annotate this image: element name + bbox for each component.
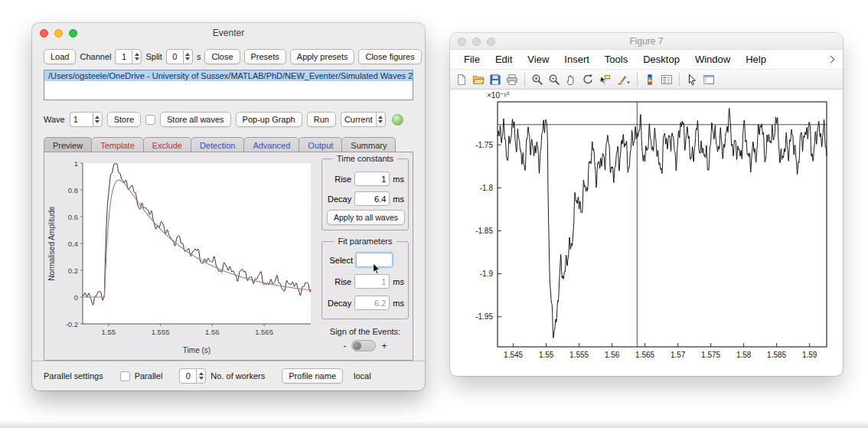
close-window-button[interactable] bbox=[458, 38, 466, 46]
figure-axes-plot[interactable]: 1.5451.551.5551.561.5651.571.5751.581.58… bbox=[455, 90, 837, 373]
presets-button[interactable]: Presets bbox=[244, 49, 286, 64]
run-button[interactable]: Run bbox=[307, 112, 336, 127]
edit-plot-icon[interactable] bbox=[686, 73, 698, 87]
print-figure-icon[interactable] bbox=[506, 73, 518, 87]
current-select[interactable]: Current bbox=[341, 112, 386, 127]
load-button[interactable]: Load bbox=[44, 49, 76, 64]
menu-window[interactable]: Window bbox=[687, 54, 738, 65]
parallel-status-bar: Parallel settings Parallel 0 No. of work… bbox=[32, 361, 425, 390]
channel-stepper[interactable]: 1 bbox=[115, 49, 142, 64]
menu-edit[interactable]: Edit bbox=[488, 54, 520, 65]
menu-insert[interactable]: Insert bbox=[556, 54, 597, 65]
menu-desktop[interactable]: Desktop bbox=[635, 54, 687, 65]
zoom-window-button[interactable] bbox=[69, 29, 77, 38]
new-figure-icon[interactable] bbox=[455, 73, 468, 87]
pan-icon[interactable] bbox=[565, 73, 577, 87]
menu-tools[interactable]: Tools bbox=[597, 54, 635, 65]
menu-file[interactable]: File bbox=[456, 54, 488, 65]
tab-summary[interactable]: Summary bbox=[341, 137, 396, 153]
svg-text:1.545: 1.545 bbox=[504, 351, 523, 359]
svg-text:0.2: 0.2 bbox=[68, 266, 78, 275]
tab-detection[interactable]: Detection bbox=[191, 137, 244, 153]
minimize-window-button[interactable] bbox=[54, 29, 63, 38]
store-button[interactable]: Store bbox=[107, 112, 141, 127]
menu-help[interactable]: Help bbox=[738, 54, 774, 65]
figure-titlebar[interactable]: Figure 7 bbox=[450, 33, 843, 50]
rise-label: Rise bbox=[325, 175, 351, 184]
top-toolbar: Load Channel 1 Split 0 s Close Presets A… bbox=[44, 48, 413, 64]
fit-decay-unit-label: ms bbox=[393, 299, 404, 308]
eventer-titlebar[interactable]: Eventer bbox=[32, 23, 425, 43]
workers-value: 0 bbox=[179, 368, 196, 384]
store-all-checkbox[interactable] bbox=[145, 115, 155, 125]
menu-view[interactable]: View bbox=[520, 54, 556, 65]
svg-text:1.555: 1.555 bbox=[569, 351, 589, 359]
apply-presets-button[interactable]: Apply presets bbox=[290, 49, 355, 64]
tab-output[interactable]: Output bbox=[299, 137, 342, 153]
svg-text:Normalised Amplitude: Normalised Amplitude bbox=[47, 206, 56, 281]
file-item-selected[interactable]: /Users/ogsteele/OneDrive - University of… bbox=[44, 70, 413, 81]
wave-select[interactable]: 1 bbox=[70, 112, 103, 127]
decay-input[interactable]: 6.4 bbox=[354, 191, 390, 206]
stepper-arrows-icon[interactable] bbox=[132, 49, 142, 64]
split-stepper[interactable]: 0 bbox=[166, 49, 193, 64]
fit-decay-value: 6.2 bbox=[354, 296, 390, 310]
parallel-checkbox[interactable] bbox=[120, 371, 130, 381]
tab-strip: PreviewTemplateExcludeDetectionAdvancedO… bbox=[44, 136, 413, 153]
zoom-in-icon[interactable] bbox=[531, 73, 543, 87]
plot-tools-icon[interactable] bbox=[703, 73, 715, 87]
svg-text:1.575: 1.575 bbox=[701, 351, 720, 359]
sign-toggle[interactable] bbox=[351, 340, 376, 351]
time-constants-title: Time constants bbox=[333, 154, 397, 163]
apply-to-all-waves-button[interactable]: Apply to all waves bbox=[327, 210, 405, 225]
tab-preview[interactable]: Preview bbox=[44, 137, 92, 153]
svg-text:1.565: 1.565 bbox=[635, 351, 654, 359]
brush-icon[interactable] bbox=[615, 73, 631, 87]
close-figures-button[interactable]: Close figures bbox=[358, 49, 421, 64]
workers-stepper[interactable]: 0 bbox=[179, 368, 206, 384]
insert-colorbar-icon[interactable] bbox=[644, 73, 656, 87]
fit-rise-unit-label: ms bbox=[393, 277, 404, 286]
workers-label: No. of workers bbox=[210, 371, 265, 381]
popup-graph-button[interactable]: Pop-up Graph bbox=[236, 112, 302, 127]
traffic-lights bbox=[458, 38, 495, 46]
svg-text:1.59: 1.59 bbox=[802, 351, 817, 359]
rotate-3d-icon[interactable] bbox=[582, 73, 594, 87]
close-window-button[interactable] bbox=[40, 29, 48, 38]
fit-rise-label: Rise bbox=[325, 277, 351, 286]
sign-of-events-label: Sign of the Events: bbox=[318, 327, 412, 336]
fit-decay-row: Decay 6.2 ms bbox=[325, 296, 404, 310]
tab-exclude[interactable]: Exclude bbox=[143, 137, 191, 153]
wave-value: 1 bbox=[70, 112, 93, 127]
template-preview-plot[interactable]: 1.551.5551.561.565-0.200.20.40.60.81Norm… bbox=[46, 154, 318, 358]
zoom-window-button[interactable] bbox=[487, 38, 495, 46]
profile-name-button[interactable]: Profile name bbox=[282, 368, 343, 384]
svg-text:0: 0 bbox=[74, 293, 78, 302]
tab-template[interactable]: Template bbox=[91, 137, 144, 153]
wave-label: Wave bbox=[44, 115, 65, 124]
svg-text:-1.75: -1.75 bbox=[475, 141, 493, 149]
figure-menubar: FileEditViewInsertToolsDesktopWindowHelp bbox=[450, 50, 843, 69]
svg-text:0.8: 0.8 bbox=[68, 186, 78, 194]
close-button[interactable]: Close bbox=[204, 49, 240, 64]
save-figure-icon[interactable] bbox=[489, 73, 501, 87]
window-title: Eventer bbox=[213, 28, 244, 38]
data-cursor-icon[interactable] bbox=[599, 73, 611, 87]
tab-advanced[interactable]: Advanced bbox=[243, 137, 299, 153]
rise-input[interactable]: 1 bbox=[354, 172, 390, 186]
profile-value-label: local bbox=[354, 371, 371, 381]
menu-overflow-chevron-icon[interactable] bbox=[827, 56, 835, 64]
store-all-waves-button[interactable]: Store all waves bbox=[160, 112, 231, 127]
toolbar-separator bbox=[524, 73, 525, 87]
zoom-out-icon[interactable] bbox=[548, 73, 560, 87]
dropdown-arrows-icon[interactable] bbox=[376, 112, 386, 127]
stepper-arrows-icon[interactable] bbox=[183, 49, 193, 64]
minimize-window-button[interactable] bbox=[472, 38, 481, 46]
svg-text:1.56: 1.56 bbox=[205, 328, 220, 336]
figure-toolbar bbox=[450, 69, 843, 90]
dropdown-arrows-icon[interactable] bbox=[93, 112, 103, 127]
file-listbox[interactable]: /Users/ogsteele/OneDrive - University of… bbox=[44, 70, 413, 100]
open-file-icon[interactable] bbox=[472, 73, 485, 87]
stepper-arrows-icon[interactable] bbox=[196, 368, 206, 384]
insert-legend-icon[interactable] bbox=[661, 73, 673, 87]
